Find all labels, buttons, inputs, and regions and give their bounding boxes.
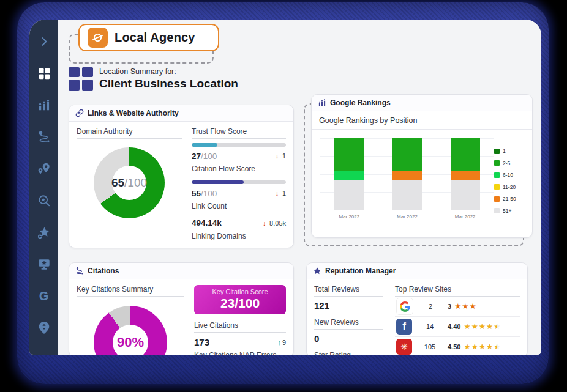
citation-flow-metric: Citation Flow Score 55/100 ↓-1 bbox=[192, 165, 286, 198]
star-rating-icons: ★★★★★★★★★★ bbox=[464, 343, 501, 351]
rankings-card-title: Google Rankings bbox=[330, 98, 391, 107]
live-citations-metric: Live Citations 173 ↑9 bbox=[194, 321, 286, 347]
domain-authority-value: 65 bbox=[111, 176, 124, 190]
rankings-card-header: Google Rankings bbox=[312, 95, 532, 111]
yelp-logo-icon: ✳ bbox=[396, 339, 412, 355]
sidebar-item-google[interactable]: G bbox=[29, 280, 58, 312]
main-content: Local Agency Location Summary for: Clien… bbox=[58, 20, 541, 355]
bar-chart-icon bbox=[318, 98, 326, 107]
sidebar-expand-button[interactable] bbox=[29, 26, 58, 57]
sidebar-item-reputation[interactable] bbox=[29, 216, 58, 248]
sidebar-item-citations[interactable] bbox=[29, 121, 58, 153]
reputation-card-header: Reputation Manager bbox=[307, 263, 527, 279]
x-axis-label: Mar 2022 bbox=[392, 214, 422, 220]
analytics-bars-icon bbox=[37, 98, 51, 112]
chart-legend: 1 2-5 6-10 11-20 21-50 51+ bbox=[494, 138, 527, 220]
review-count: 14 bbox=[412, 323, 448, 330]
top-review-sites-column: Top Review Sites 2 3 ★★★★★★ bbox=[395, 285, 520, 355]
new-reviews-value: 0 bbox=[314, 333, 383, 344]
trust-flow-metric: Trust Flow Score 27/100 ↓-1 bbox=[192, 127, 286, 161]
arrow-down-icon: ↓ bbox=[276, 152, 279, 160]
screen: G Local Agency bbox=[0, 0, 567, 392]
key-citations-value: 90% bbox=[117, 335, 144, 350]
arrow-up-icon: ↑ bbox=[277, 339, 281, 346]
key-citations-donut: 90% bbox=[94, 306, 167, 355]
reputation-star-plus-icon bbox=[37, 226, 51, 240]
citations-card: Citations Key Citations Summary 90% Key … bbox=[69, 262, 294, 355]
sidebar-item-analytics[interactable] bbox=[29, 89, 58, 121]
reputation-card: Reputation Manager Total Reviews 121 New… bbox=[306, 262, 528, 355]
review-rating: 3 bbox=[448, 303, 451, 310]
link-count-delta: ↓-8.05k bbox=[263, 220, 286, 227]
star-rating-icons: ★★★★★★★★★★ bbox=[464, 323, 501, 331]
stacked-bar bbox=[392, 138, 422, 210]
x-axis-label: Mar 2022 bbox=[334, 214, 364, 220]
dashboard-grid-icon bbox=[37, 67, 51, 80]
agency-logo-label: Local Agency bbox=[115, 31, 195, 45]
review-site-row-facebook[interactable]: f 14 4.40 ★★★★★★★★★★ bbox=[395, 317, 520, 337]
arrow-down-icon: ↓ bbox=[263, 220, 266, 227]
planet-icon bbox=[88, 28, 108, 48]
key-citations-block: Key Citations Summary 90% bbox=[77, 285, 184, 355]
sidebar-item-rank-tracker[interactable] bbox=[29, 312, 58, 344]
rank-pin-icon bbox=[38, 321, 50, 335]
domain-authority-donut: 65/100 bbox=[94, 147, 165, 218]
app-window: G Local Agency bbox=[29, 20, 541, 355]
key-citation-score-badge: Key Citation Score 23/100 bbox=[194, 285, 286, 314]
review-count: 2 bbox=[413, 303, 448, 310]
local-search-icon bbox=[37, 194, 51, 207]
citations-route-icon bbox=[37, 130, 51, 144]
facebook-logo-icon: f bbox=[396, 319, 412, 335]
links-card-title: Links & Website Authority bbox=[88, 109, 179, 117]
rankings-chart: Mar 2022 Mar 2022 Mar 2022 1 2-5 6-10 11… bbox=[312, 130, 532, 220]
review-site-row-yelp[interactable]: ✳ 105 4.50 ★★★★★★★★★★ bbox=[395, 337, 520, 355]
x-axis-label: Mar 2022 bbox=[451, 214, 480, 220]
linking-domains-metric: Linking Domains 21,836 ↑108 bbox=[192, 232, 286, 248]
chart-subtitle: Google Rankings by Position bbox=[312, 111, 532, 130]
page-title: Client Business Location bbox=[99, 77, 238, 91]
links-card-header: Links & Website Authority bbox=[69, 105, 293, 122]
locations-pins-icon bbox=[37, 162, 51, 176]
sidebar-item-dashboard[interactable] bbox=[29, 57, 58, 89]
google-rankings-card: Google Rankings Google Rankings by Posit… bbox=[311, 94, 533, 238]
sidebar-item-local-search[interactable] bbox=[29, 185, 58, 216]
stacked-bar bbox=[334, 138, 364, 210]
reputation-card-title: Reputation Manager bbox=[325, 267, 396, 275]
review-rating: 4.50 bbox=[448, 343, 460, 350]
summary-eyebrow: Location Summary for: bbox=[99, 67, 238, 76]
citations-route-icon bbox=[75, 267, 84, 275]
link-count-metric: Link Count 494.14k ↓-8.05k bbox=[192, 202, 286, 228]
links-authority-card: Links & Website Authority Domain Authori… bbox=[69, 105, 294, 248]
location-blocks-icon bbox=[69, 67, 93, 91]
citations-card-header: Citations bbox=[69, 263, 293, 279]
arrow-down-icon: ↓ bbox=[276, 190, 279, 197]
key-citations-label: Key Citations Summary bbox=[77, 285, 184, 297]
chevron-right-icon bbox=[38, 35, 50, 48]
review-rating: 4.40 bbox=[448, 323, 460, 330]
domain-authority-block: Domain Authority 65/100 bbox=[77, 127, 182, 248]
review-stats-column: Total Reviews 121 New Reviews 0 Star Rat… bbox=[314, 285, 383, 355]
agency-logo[interactable]: Local Agency bbox=[78, 24, 219, 51]
star-icon bbox=[313, 267, 321, 275]
domain-authority-label: Domain Authority bbox=[77, 127, 182, 139]
sidebar-item-locations[interactable] bbox=[29, 153, 58, 185]
star-rating-icons: ★★★★★★ bbox=[454, 303, 477, 311]
trust-flow-progressbar bbox=[192, 143, 286, 147]
review-site-row-google[interactable]: 2 3 ★★★★★★ bbox=[395, 297, 520, 317]
monitor-star-icon bbox=[37, 257, 51, 271]
trust-flow-delta: ↓-1 bbox=[276, 152, 286, 160]
google-logo-icon bbox=[396, 298, 413, 315]
location-summary-header: Location Summary for: Client Business Lo… bbox=[69, 67, 238, 91]
stacked-bar bbox=[451, 138, 480, 210]
nap-errors-metric: Key Citations NAP Errors bbox=[194, 351, 286, 355]
live-citations-delta: ↑9 bbox=[277, 339, 286, 346]
google-g-icon: G bbox=[39, 290, 49, 302]
citations-card-title: Citations bbox=[88, 267, 119, 275]
sidebar: G bbox=[29, 20, 58, 355]
citation-flow-progressbar bbox=[192, 180, 286, 184]
citation-flow-delta: ↓-1 bbox=[276, 190, 286, 197]
total-reviews-value: 121 bbox=[314, 300, 383, 311]
review-count: 105 bbox=[412, 343, 448, 350]
link-icon bbox=[75, 109, 84, 117]
sidebar-item-monitor[interactable] bbox=[29, 248, 58, 280]
